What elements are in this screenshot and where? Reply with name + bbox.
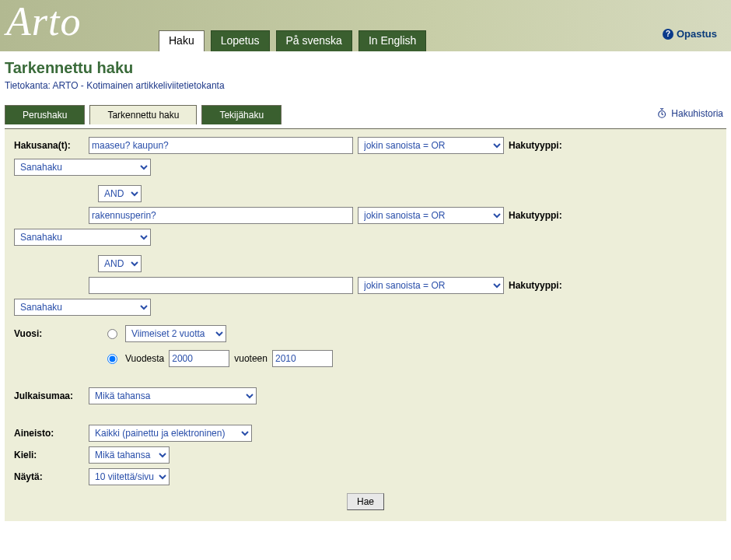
label-hakutyyppi-3: Hakutyyppi: — [509, 280, 562, 291]
help-link[interactable]: ? Opastus — [663, 28, 717, 40]
term-input-3[interactable] — [89, 277, 353, 294]
label-kieli: Kieli: — [14, 450, 84, 460]
help-label: Opastus — [677, 28, 717, 40]
label-aineisto: Aineisto: — [14, 428, 84, 439]
match-select-2[interactable]: jokin sanoista = OR — [358, 207, 504, 224]
type-select-1[interactable]: Sanahaku — [14, 159, 151, 176]
submit-button[interactable]: Hae — [347, 493, 384, 510]
perpage-select[interactable]: 10 viitettä/sivu — [89, 468, 170, 485]
label-vuodesta: Vuodesta — [125, 353, 164, 364]
main-tab-english[interactable]: In English — [359, 30, 426, 51]
history-label: Hakuhistoria — [671, 108, 723, 119]
type-select-3[interactable]: Sanahaku — [14, 299, 151, 316]
label-vuoteen: vuoteen — [234, 353, 268, 364]
help-icon: ? — [663, 29, 673, 40]
page-title: Tarkennettu haku — [5, 59, 726, 77]
history-icon — [657, 108, 668, 119]
term-input-2[interactable] — [89, 207, 353, 224]
main-tab-haku[interactable]: Haku — [159, 30, 205, 51]
query-block-2: AND jokin sanoista = OR Hakutyyppi: Sana… — [14, 185, 717, 246]
topbar: Arto Haku Lopetus På svenska In English … — [0, 0, 731, 51]
label-vuosi: Vuosi: — [14, 328, 84, 339]
language-row: Kieli: Mikä tahansa — [14, 446, 717, 464]
main-tabs: Haku Lopetus På svenska In English — [159, 30, 426, 51]
year-to-input[interactable] — [272, 350, 333, 367]
year-radio-preset[interactable] — [107, 329, 117, 339]
label-julkaisumaa: Julkaisumaa: — [14, 390, 84, 401]
search-tab-perushaku[interactable]: Perushaku — [5, 105, 85, 124]
main-tab-svenska[interactable]: På svenska — [276, 30, 352, 51]
search-form: Hakusana(t): jokin sanoista = OR Hakutyy… — [5, 128, 726, 521]
year-row: Vuosi: Viimeiset 2 vuotta — [14, 325, 717, 342]
bool-select-3[interactable]: AND — [98, 255, 142, 272]
match-select-1[interactable]: jokin sanoista = OR — [358, 137, 504, 154]
material-select[interactable]: Kaikki (painettu ja elektroninen) — [89, 425, 252, 442]
label-nayta: Näytä: — [14, 471, 84, 482]
search-history-link[interactable]: Hakuhistoria — [657, 108, 723, 119]
label-hakutyyppi-1: Hakutyyppi: — [509, 140, 562, 151]
search-tab-tarkennettu[interactable]: Tarkennettu haku — [89, 105, 197, 124]
term-input-1[interactable] — [89, 137, 353, 154]
material-row: Aineisto: Kaikki (painettu ja elektronin… — [14, 425, 717, 442]
main-tab-lopetus[interactable]: Lopetus — [211, 30, 270, 51]
search-tab-tekijahaku[interactable]: Tekijähaku — [201, 105, 282, 124]
search-tabs: Perushaku Tarkennettu haku Tekijähaku Ha… — [5, 105, 726, 128]
brand-logo: Arto — [6, 0, 81, 44]
country-row: Julkaisumaa: Mikä tahansa — [14, 387, 717, 404]
perpage-row: Näytä: 10 viitettä/sivu — [14, 468, 717, 485]
label-hakutyyppi-2: Hakutyyppi: — [509, 210, 562, 221]
label-hakusanat: Hakusana(t): — [14, 140, 84, 151]
type-select-2[interactable]: Sanahaku — [14, 229, 151, 246]
country-select[interactable]: Mikä tahansa — [89, 387, 257, 404]
title-area: Tarkennettu haku Tietokanta: ARTO - Koti… — [0, 51, 731, 97]
bool-select-2[interactable]: AND — [98, 185, 142, 202]
match-select-3[interactable]: jokin sanoista = OR — [358, 277, 504, 294]
language-select[interactable]: Mikä tahansa — [89, 446, 170, 464]
year-from-input[interactable] — [169, 350, 229, 367]
query-block-1: Hakusana(t): jokin sanoista = OR Hakutyy… — [14, 137, 717, 176]
database-line: Tietokanta: ARTO - Kotimainen artikkeliv… — [5, 80, 726, 91]
year-radio-range[interactable] — [107, 354, 117, 364]
year-preset-select[interactable]: Viimeiset 2 vuotta — [125, 325, 226, 342]
query-block-3: AND jokin sanoista = OR Hakutyyppi: Sana… — [14, 255, 717, 316]
